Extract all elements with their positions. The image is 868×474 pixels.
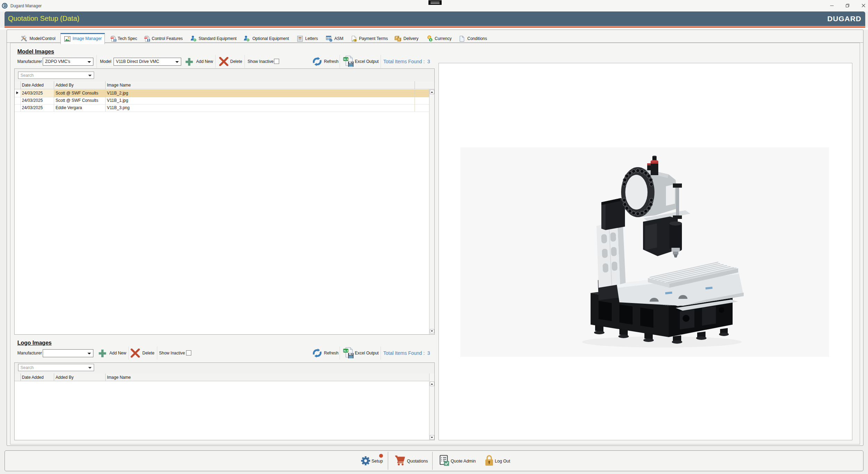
svg-text:$: $	[355, 39, 356, 41]
svg-text:XLS: XLS	[343, 350, 348, 352]
svg-text:PDF: PDF	[144, 37, 148, 39]
svg-text:XLS: XLS	[343, 58, 348, 60]
svg-text:PDF: PDF	[111, 37, 114, 39]
